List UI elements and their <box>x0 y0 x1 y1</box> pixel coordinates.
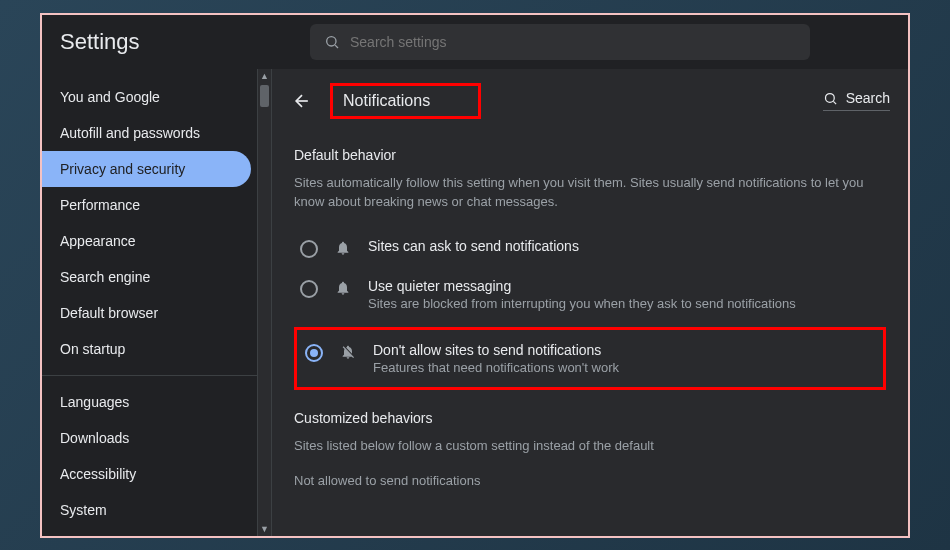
radio-button[interactable] <box>300 240 318 258</box>
body: You and Google Autofill and passwords Pr… <box>42 69 908 536</box>
sidebar-item-on-startup[interactable]: On startup <box>42 331 251 367</box>
sidebar-item-system[interactable]: System <box>42 492 251 528</box>
section-desc: Sites automatically follow this setting … <box>294 173 886 212</box>
radio-label: Don't allow sites to send notifications <box>373 342 875 358</box>
content-search[interactable]: Search <box>823 90 890 111</box>
search-icon <box>823 91 838 106</box>
svg-line-4 <box>833 101 836 104</box>
radio-label: Use quieter messaging <box>368 278 880 294</box>
not-allowed-label: Not allowed to send notifications <box>294 471 886 491</box>
search-input[interactable] <box>350 34 796 50</box>
bell-off-icon <box>339 344 357 360</box>
selected-option-highlight: Don't allow sites to send notifications … <box>294 327 886 390</box>
section-title: Default behavior <box>294 147 886 163</box>
header: Settings <box>42 15 908 69</box>
scrollbar-thumb[interactable] <box>260 85 269 107</box>
content: Notifications Search Default behavior Si… <box>272 69 908 536</box>
sidebar-scrollbar[interactable]: ▲ ▼ <box>257 69 272 536</box>
sidebar-item-languages[interactable]: Languages <box>42 384 251 420</box>
svg-point-0 <box>327 36 336 45</box>
radio-dont-allow[interactable]: Don't allow sites to send notifications … <box>299 332 881 385</box>
sidebar-item-default-browser[interactable]: Default browser <box>42 295 251 331</box>
radio-button[interactable] <box>305 344 323 362</box>
search-icon <box>324 34 340 50</box>
radio-button[interactable] <box>300 280 318 298</box>
section-title: Customized behaviors <box>294 410 886 426</box>
sidebar-item-search-engine[interactable]: Search engine <box>42 259 251 295</box>
radio-label: Sites can ask to send notifications <box>368 238 880 254</box>
page-title-highlight: Notifications <box>330 83 481 119</box>
back-button[interactable] <box>286 85 318 117</box>
content-header: Notifications Search <box>272 83 908 127</box>
sidebar-item-downloads[interactable]: Downloads <box>42 420 251 456</box>
radio-sublabel: Sites are blocked from interrupting you … <box>368 296 880 311</box>
sidebar-item-you-and-google[interactable]: You and Google <box>42 79 251 115</box>
settings-window: Settings You and Google Autofill and pas… <box>40 13 910 538</box>
arrow-left-icon <box>292 91 312 111</box>
section-desc: Sites listed below follow a custom setti… <box>294 436 886 456</box>
app-title: Settings <box>60 29 290 55</box>
sidebar-divider <box>42 375 257 376</box>
svg-line-1 <box>335 45 338 48</box>
search-bar[interactable] <box>310 24 810 60</box>
sidebar-item-accessibility[interactable]: Accessibility <box>42 456 251 492</box>
default-behavior-section: Default behavior Sites automatically fol… <box>272 127 908 390</box>
radio-quieter-messaging[interactable]: Use quieter messaging Sites are blocked … <box>294 268 886 321</box>
radio-sublabel: Features that need notifications won't w… <box>373 360 875 375</box>
bell-icon <box>334 240 352 256</box>
scrollbar-down-icon[interactable]: ▼ <box>258 522 271 536</box>
sidebar-item-performance[interactable]: Performance <box>42 187 251 223</box>
sidebar: You and Google Autofill and passwords Pr… <box>42 69 272 536</box>
bell-icon <box>334 280 352 296</box>
radio-sites-can-ask[interactable]: Sites can ask to send notifications <box>294 228 886 268</box>
sidebar-item-appearance[interactable]: Appearance <box>42 223 251 259</box>
sidebar-item-autofill[interactable]: Autofill and passwords <box>42 115 251 151</box>
scrollbar-up-icon[interactable]: ▲ <box>258 69 271 83</box>
customized-behaviors-section: Customized behaviors Sites listed below … <box>272 390 908 491</box>
svg-point-3 <box>825 93 834 102</box>
content-search-label: Search <box>846 90 890 106</box>
sidebar-item-privacy-security[interactable]: Privacy and security <box>42 151 251 187</box>
page-title: Notifications <box>343 92 430 110</box>
